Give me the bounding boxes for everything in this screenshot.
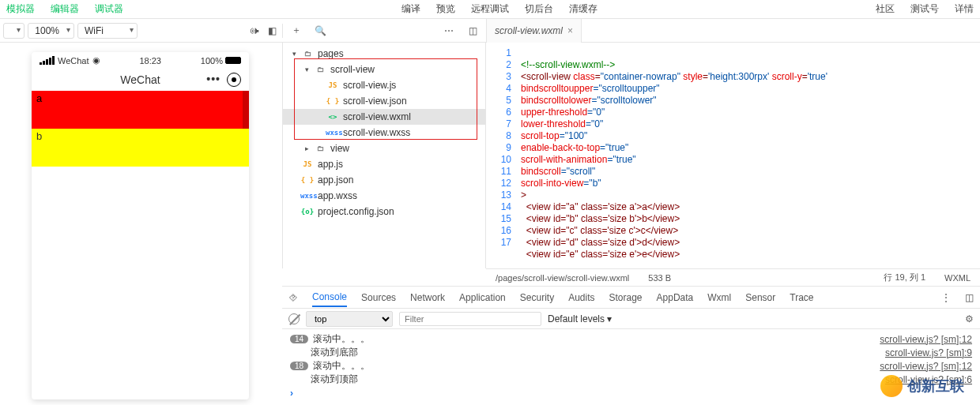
file-path: /pages/scroll-view/scroll-view.wxml: [496, 273, 629, 283]
dt-tab-sources[interactable]: Sources: [361, 292, 396, 303]
log-source-link[interactable]: scroll-view.js? [sm]:12: [880, 334, 972, 345]
config-icon: {o}: [300, 208, 315, 216]
phone-statusbar: WeChat ◉ 18:23 100%: [32, 52, 249, 69]
console-toolbar: top Default levels ▾ ⚙: [282, 309, 980, 329]
js-icon: JS: [300, 160, 315, 168]
file-scroll-view-js[interactable]: JSscroll-view.js: [283, 77, 485, 93]
dt-tab-console[interactable]: Console: [312, 291, 347, 307]
file-project-config[interactable]: {o}project.config.json: [283, 204, 485, 219]
console-prompt-icon[interactable]: ›: [290, 388, 293, 399]
devtools-panel: ⯑ Console Sources Network Application Se…: [282, 286, 980, 403]
simulator-pane: WeChat ◉ 18:23 100% WeChat ••• a b: [0, 43, 282, 268]
more-icon[interactable]: ⋯: [442, 24, 456, 38]
folder-pages[interactable]: ▾🗀pages: [283, 46, 485, 62]
log-row: 14滚动中。。。scroll-view.js? [sm]:12: [290, 332, 972, 346]
editor-statusbar: /pages/scroll-view/scroll-view.wxml 533 …: [486, 268, 980, 286]
dt-tab-sensor[interactable]: Sensor: [745, 292, 775, 303]
settings-icon[interactable]: ⚙: [965, 313, 974, 324]
tab-debugger[interactable]: 调试器: [95, 2, 123, 16]
view-b: b: [32, 129, 249, 167]
folder-icon: 🗀: [313, 66, 327, 73]
file-app-js[interactable]: JSapp.js: [283, 156, 485, 172]
log-count-badge: 18: [290, 362, 308, 370]
battery-label: 100%: [201, 56, 223, 66]
device-dropdown[interactable]: [3, 23, 24, 39]
split-icon[interactable]: ◫: [466, 24, 480, 38]
btn-details[interactable]: 详情: [955, 2, 974, 16]
toolbar: 100% WiFi 🕪 ◧ ＋ 🔍 ⋯ ◫ scroll-view.wxml ×: [0, 19, 980, 43]
btn-preview[interactable]: 预览: [436, 2, 455, 16]
file-scroll-view-json[interactable]: { }scroll-view.json: [283, 93, 485, 109]
watermark: 创新互联: [880, 375, 964, 397]
carrier-label: WeChat: [58, 56, 89, 66]
dt-dock-icon[interactable]: ◫: [965, 292, 974, 303]
file-app-wxss[interactable]: wxssapp.wxss: [283, 188, 485, 204]
btn-remote-debug[interactable]: 远程调试: [471, 2, 509, 16]
file-app-json[interactable]: { }app.json: [283, 172, 485, 188]
line-gutter: 1234567891011121314151617: [486, 43, 518, 268]
devtools-tabs: ⯑ Console Sources Network Application Se…: [282, 287, 980, 309]
btn-community[interactable]: 社区: [876, 2, 895, 16]
zoom-dropdown[interactable]: 100%: [28, 23, 74, 39]
inspect-icon[interactable]: ⯑: [288, 292, 298, 303]
context-select[interactable]: top: [306, 311, 393, 327]
page-title: WeChat: [120, 73, 160, 86]
tab-editor[interactable]: 编辑器: [51, 2, 79, 16]
folder-view[interactable]: ▸🗀view: [283, 141, 485, 156]
top-tabs: 模拟器 编辑器 调试器 编译 预览 远程调试 切后台 清缓存 社区 测试号 详情: [0, 0, 980, 19]
view-a: a: [32, 91, 249, 129]
folder-scroll-view[interactable]: ▾🗀scroll-view: [283, 62, 485, 77]
capsule-close-icon[interactable]: [227, 73, 241, 87]
code-body[interactable]: <!--scroll-view.wxml--> <scroll-view cla…: [518, 43, 980, 268]
dt-tab-trace[interactable]: Trace: [790, 292, 813, 303]
wxss-icon: wxss: [326, 129, 340, 137]
dt-tab-security[interactable]: Security: [520, 292, 554, 303]
dt-tab-wxml[interactable]: Wxml: [707, 292, 731, 303]
file-scroll-view-wxss[interactable]: wxssscroll-view.wxss: [283, 125, 485, 141]
phone-titlebar: WeChat •••: [32, 69, 249, 91]
json-icon: { }: [326, 97, 340, 105]
tab-simulator[interactable]: 模拟器: [6, 2, 35, 16]
phone-preview[interactable]: WeChat ◉ 18:23 100% WeChat ••• a b: [32, 52, 249, 399]
log-source-link[interactable]: scroll-view.js? [sm]:9: [885, 347, 972, 358]
dt-tab-audits[interactable]: Audits: [568, 292, 594, 303]
search-icon[interactable]: 🔍: [313, 24, 327, 38]
folder-icon: 🗀: [300, 50, 315, 58]
mute-icon[interactable]: 🕪: [247, 24, 262, 38]
log-count-badge: 14: [290, 335, 308, 343]
dt-tab-application[interactable]: Application: [459, 292, 506, 303]
capsule-menu-icon[interactable]: •••: [206, 73, 220, 87]
rotate-icon[interactable]: ◧: [265, 24, 279, 38]
log-row: 滚动到顶部scroll-view.js? [sm]:6: [290, 373, 972, 386]
dt-tab-appdata[interactable]: AppData: [657, 292, 694, 303]
network-dropdown[interactable]: WiFi: [77, 23, 138, 39]
log-level-select[interactable]: Default levels ▾: [548, 313, 612, 324]
file-explorer: ▾🗀pages ▾🗀scroll-view JSscroll-view.js {…: [282, 43, 486, 268]
filter-input[interactable]: [399, 312, 541, 326]
close-tab-icon[interactable]: ×: [567, 25, 573, 36]
time-label: 18:23: [139, 56, 161, 66]
file-scroll-view-wxml[interactable]: <>scroll-view.wxml: [283, 109, 485, 125]
battery-icon: [225, 57, 241, 64]
console-output[interactable]: 14滚动中。。。scroll-view.js? [sm]:12 滚动到底部scr…: [282, 329, 980, 403]
file-tab-scroll-view-wxml[interactable]: scroll-view.wxml ×: [487, 19, 582, 43]
log-source-link[interactable]: scroll-view.js? [sm]:12: [880, 361, 972, 372]
folder-icon: 🗀: [313, 144, 327, 152]
btn-compile[interactable]: 编译: [401, 2, 420, 16]
dt-tab-storage[interactable]: Storage: [609, 292, 643, 303]
code-editor[interactable]: 1234567891011121314151617 <!--scroll-vie…: [486, 43, 980, 268]
btn-clear-cache[interactable]: 清缓存: [569, 2, 597, 16]
dt-tab-network[interactable]: Network: [410, 292, 445, 303]
cursor-pos: 行 19, 列 1: [884, 272, 925, 283]
btn-test-account[interactable]: 测试号: [910, 2, 939, 16]
log-row: 滚动到底部scroll-view.js? [sm]:9: [290, 346, 972, 359]
file-size: 533 B: [648, 273, 671, 283]
new-file-icon[interactable]: ＋: [289, 24, 303, 38]
clear-console-icon[interactable]: [288, 313, 300, 324]
json-icon: { }: [300, 176, 315, 184]
scroll-view-content[interactable]: a b: [32, 91, 249, 167]
btn-background[interactable]: 切后台: [525, 2, 553, 16]
lang-mode[interactable]: WXML: [944, 273, 971, 283]
dt-more-icon[interactable]: ⋮: [941, 292, 951, 303]
signal-icon: [40, 56, 55, 65]
